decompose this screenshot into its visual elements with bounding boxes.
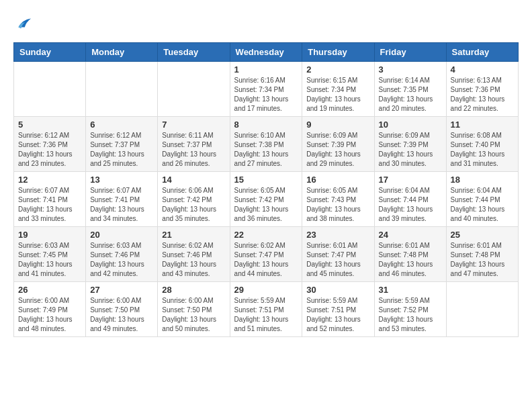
calendar-cell: [158, 62, 230, 117]
calendar-header-monday: Monday: [86, 43, 158, 62]
calendar-week-5: 26Sunrise: 6:00 AM Sunset: 7:49 PM Dayli…: [14, 282, 519, 337]
day-number: 11: [451, 120, 514, 130]
day-info: Sunrise: 6:03 AM Sunset: 7:45 PM Dayligh…: [18, 241, 81, 279]
day-number: 1: [234, 64, 298, 75]
day-info: Sunrise: 6:13 AM Sunset: 7:36 PM Dayligh…: [451, 76, 514, 113]
day-info: Sunrise: 6:04 AM Sunset: 7:44 PM Dayligh…: [451, 186, 514, 224]
calendar-cell: 11Sunrise: 6:08 AM Sunset: 7:40 PM Dayli…: [446, 117, 518, 172]
calendar-header-row: SundayMondayTuesdayWednesdayThursdayFrid…: [14, 43, 519, 62]
day-number: 18: [451, 175, 514, 185]
day-number: 28: [162, 285, 225, 295]
day-number: 15: [234, 175, 298, 185]
calendar-cell: 15Sunrise: 6:05 AM Sunset: 7:42 PM Dayli…: [230, 172, 302, 227]
day-number: 3: [379, 64, 442, 75]
calendar-cell: 29Sunrise: 5:59 AM Sunset: 7:51 PM Dayli…: [230, 282, 302, 337]
calendar-week-1: 1Sunrise: 6:16 AM Sunset: 7:34 PM Daylig…: [14, 62, 519, 117]
day-info: Sunrise: 6:07 AM Sunset: 7:41 PM Dayligh…: [18, 186, 81, 224]
calendar-header-wednesday: Wednesday: [230, 43, 302, 62]
day-number: 7: [162, 120, 225, 130]
day-info: Sunrise: 6:02 AM Sunset: 7:46 PM Dayligh…: [162, 241, 225, 279]
calendar-cell: 31Sunrise: 5:59 AM Sunset: 7:52 PM Dayli…: [374, 282, 446, 337]
calendar-cell: 6Sunrise: 6:12 AM Sunset: 7:37 PM Daylig…: [86, 117, 158, 172]
calendar-week-4: 19Sunrise: 6:03 AM Sunset: 7:45 PM Dayli…: [14, 227, 519, 282]
calendar-header-sunday: Sunday: [14, 43, 86, 62]
calendar-header-thursday: Thursday: [302, 43, 374, 62]
day-info: Sunrise: 6:09 AM Sunset: 7:39 PM Dayligh…: [379, 131, 442, 169]
calendar-cell: 18Sunrise: 6:04 AM Sunset: 7:44 PM Dayli…: [446, 172, 518, 227]
day-info: Sunrise: 6:16 AM Sunset: 7:34 PM Dayligh…: [234, 76, 298, 113]
day-info: Sunrise: 6:05 AM Sunset: 7:42 PM Dayligh…: [234, 186, 298, 224]
calendar-cell: 25Sunrise: 6:01 AM Sunset: 7:48 PM Dayli…: [446, 227, 518, 282]
day-info: Sunrise: 6:12 AM Sunset: 7:36 PM Dayligh…: [18, 131, 81, 169]
day-info: Sunrise: 6:14 AM Sunset: 7:35 PM Dayligh…: [379, 76, 442, 113]
day-number: 4: [451, 64, 514, 75]
day-number: 9: [306, 120, 369, 130]
day-info: Sunrise: 6:10 AM Sunset: 7:38 PM Dayligh…: [234, 131, 298, 169]
day-number: 23: [306, 230, 369, 240]
day-info: Sunrise: 6:15 AM Sunset: 7:34 PM Dayligh…: [306, 76, 369, 113]
day-info: Sunrise: 6:01 AM Sunset: 7:48 PM Dayligh…: [379, 241, 442, 279]
day-info: Sunrise: 6:09 AM Sunset: 7:39 PM Dayligh…: [306, 131, 369, 169]
calendar-cell: 17Sunrise: 6:04 AM Sunset: 7:44 PM Dayli…: [374, 172, 446, 227]
day-number: 22: [234, 230, 298, 240]
day-number: 24: [379, 230, 442, 240]
calendar-cell: 9Sunrise: 6:09 AM Sunset: 7:39 PM Daylig…: [302, 117, 374, 172]
day-number: 19: [18, 230, 81, 240]
day-info: Sunrise: 6:08 AM Sunset: 7:40 PM Dayligh…: [451, 131, 514, 169]
calendar-cell: 2Sunrise: 6:15 AM Sunset: 7:34 PM Daylig…: [302, 62, 374, 117]
calendar-cell: 13Sunrise: 6:07 AM Sunset: 7:41 PM Dayli…: [86, 172, 158, 227]
calendar-cell: 28Sunrise: 6:00 AM Sunset: 7:50 PM Dayli…: [158, 282, 230, 337]
day-info: Sunrise: 5:59 AM Sunset: 7:52 PM Dayligh…: [379, 296, 442, 334]
day-number: 16: [306, 175, 369, 185]
day-info: Sunrise: 6:03 AM Sunset: 7:46 PM Dayligh…: [90, 241, 153, 279]
calendar-cell: 1Sunrise: 6:16 AM Sunset: 7:34 PM Daylig…: [230, 62, 302, 117]
calendar-body: 1Sunrise: 6:16 AM Sunset: 7:34 PM Daylig…: [14, 62, 519, 337]
day-number: 26: [18, 285, 81, 295]
day-number: 25: [451, 230, 514, 240]
calendar-cell: 24Sunrise: 6:01 AM Sunset: 7:48 PM Dayli…: [374, 227, 446, 282]
calendar-cell: 21Sunrise: 6:02 AM Sunset: 7:46 PM Dayli…: [158, 227, 230, 282]
calendar-cell: 12Sunrise: 6:07 AM Sunset: 7:41 PM Dayli…: [14, 172, 86, 227]
day-info: Sunrise: 6:02 AM Sunset: 7:47 PM Dayligh…: [234, 241, 298, 279]
day-info: Sunrise: 6:07 AM Sunset: 7:41 PM Dayligh…: [90, 186, 153, 224]
day-info: Sunrise: 6:00 AM Sunset: 7:50 PM Dayligh…: [90, 296, 153, 334]
calendar-cell: 20Sunrise: 6:03 AM Sunset: 7:46 PM Dayli…: [86, 227, 158, 282]
day-info: Sunrise: 6:01 AM Sunset: 7:48 PM Dayligh…: [451, 241, 514, 279]
calendar-cell: 19Sunrise: 6:03 AM Sunset: 7:45 PM Dayli…: [14, 227, 86, 282]
day-info: Sunrise: 5:59 AM Sunset: 7:51 PM Dayligh…: [306, 296, 369, 334]
day-number: 27: [90, 285, 153, 295]
calendar-cell: [86, 62, 158, 117]
day-info: Sunrise: 6:05 AM Sunset: 7:43 PM Dayligh…: [306, 186, 369, 224]
calendar-cell: 30Sunrise: 5:59 AM Sunset: 7:51 PM Dayli…: [302, 282, 374, 337]
calendar-cell: 7Sunrise: 6:11 AM Sunset: 7:37 PM Daylig…: [158, 117, 230, 172]
calendar-header-saturday: Saturday: [446, 43, 518, 62]
calendar-cell: 3Sunrise: 6:14 AM Sunset: 7:35 PM Daylig…: [374, 62, 446, 117]
day-number: 29: [234, 285, 298, 295]
day-info: Sunrise: 6:00 AM Sunset: 7:49 PM Dayligh…: [18, 296, 81, 334]
logo: [13, 13, 35, 32]
calendar-cell: 26Sunrise: 6:00 AM Sunset: 7:49 PM Dayli…: [14, 282, 86, 337]
calendar-cell: 5Sunrise: 6:12 AM Sunset: 7:36 PM Daylig…: [14, 117, 86, 172]
day-number: 6: [90, 120, 153, 130]
logo-icon: [13, 13, 32, 32]
calendar-cell: 22Sunrise: 6:02 AM Sunset: 7:47 PM Dayli…: [230, 227, 302, 282]
calendar-cell: 16Sunrise: 6:05 AM Sunset: 7:43 PM Dayli…: [302, 172, 374, 227]
calendar-table: SundayMondayTuesdayWednesdayThursdayFrid…: [13, 42, 519, 337]
calendar-cell: 8Sunrise: 6:10 AM Sunset: 7:38 PM Daylig…: [230, 117, 302, 172]
day-number: 14: [162, 175, 225, 185]
day-number: 21: [162, 230, 225, 240]
day-info: Sunrise: 6:11 AM Sunset: 7:37 PM Dayligh…: [162, 131, 225, 169]
day-number: 12: [18, 175, 81, 185]
day-number: 8: [234, 120, 298, 130]
day-info: Sunrise: 6:04 AM Sunset: 7:44 PM Dayligh…: [379, 186, 442, 224]
calendar-cell: 10Sunrise: 6:09 AM Sunset: 7:39 PM Dayli…: [374, 117, 446, 172]
day-number: 2: [306, 64, 369, 75]
day-number: 17: [379, 175, 442, 185]
day-number: 31: [379, 285, 442, 295]
day-number: 10: [379, 120, 442, 130]
day-number: 5: [18, 120, 81, 130]
day-number: 30: [306, 285, 369, 295]
calendar-week-2: 5Sunrise: 6:12 AM Sunset: 7:36 PM Daylig…: [14, 117, 519, 172]
day-info: Sunrise: 6:00 AM Sunset: 7:50 PM Dayligh…: [162, 296, 225, 334]
calendar-cell: 23Sunrise: 6:01 AM Sunset: 7:47 PM Dayli…: [302, 227, 374, 282]
